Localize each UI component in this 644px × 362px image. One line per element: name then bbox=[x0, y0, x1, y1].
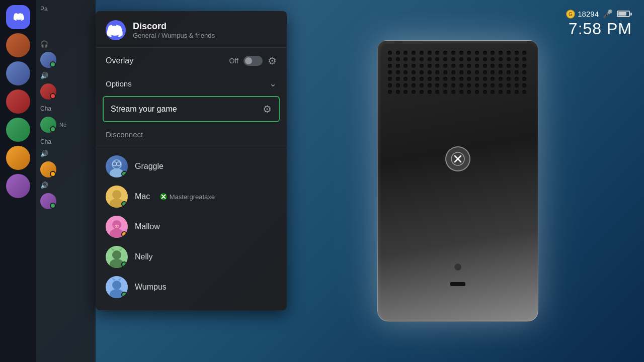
user-item-mac[interactable]: Mac Mastergreataxe bbox=[102, 182, 281, 212]
server-icon-4[interactable] bbox=[6, 118, 30, 142]
user-name-wumpus: Wumpus bbox=[135, 283, 167, 292]
microphone-icon: 🎤 bbox=[603, 9, 613, 19]
status-dot-wumpus bbox=[121, 292, 127, 298]
user-avatar-mallow bbox=[106, 216, 128, 238]
channel-avatar-3 bbox=[40, 117, 56, 133]
channel-item-2[interactable] bbox=[36, 81, 96, 102]
status-dot-mac bbox=[121, 201, 127, 207]
channel-section-label: Pa bbox=[38, 3, 50, 13]
user-item-wumpus[interactable]: Wumpus bbox=[102, 272, 281, 302]
server-icon-5[interactable] bbox=[6, 146, 30, 170]
system-time: 7:58 PM bbox=[566, 20, 632, 38]
server-icon-2[interactable] bbox=[6, 61, 30, 85]
stream-game-button[interactable]: Stream your game ⚙ bbox=[103, 96, 280, 122]
discord-panel: Discord General / Wumpus & friends Overl… bbox=[96, 11, 287, 310]
stream-game-label: Stream your game bbox=[111, 105, 177, 114]
volume-icon-1: 🔊 bbox=[40, 72, 48, 79]
home-button[interactable] bbox=[6, 5, 30, 29]
discord-logo bbox=[106, 20, 126, 40]
user-item-nelly[interactable]: Nelly bbox=[102, 242, 281, 272]
overlay-row: Overlay Off ⚙ bbox=[96, 48, 287, 74]
channel-avatar-1 bbox=[40, 52, 56, 68]
channel-avatar-4 bbox=[40, 161, 56, 177]
svg-point-19 bbox=[112, 250, 121, 259]
channel-cha2-label: Cha bbox=[38, 136, 53, 147]
status-dot-nelly bbox=[121, 261, 127, 267]
xbox-usb-port bbox=[450, 282, 465, 286]
stream-settings-gear-icon[interactable]: ⚙ bbox=[263, 103, 272, 115]
user-name-graggle: Graggle bbox=[135, 162, 164, 171]
server-icon-1[interactable] bbox=[6, 33, 30, 57]
hud-status-row: G 18294 🎤 bbox=[566, 9, 632, 19]
svg-point-17 bbox=[117, 226, 118, 227]
user-name-mac: Mac bbox=[135, 192, 152, 201]
svg-point-16 bbox=[115, 226, 116, 227]
options-label: Options bbox=[106, 79, 132, 88]
overlay-toggle[interactable] bbox=[244, 56, 263, 66]
svg-point-9 bbox=[112, 190, 121, 199]
headset-icon: 🎧 bbox=[40, 40, 48, 48]
discord-app-title: Discord bbox=[133, 21, 215, 32]
channel-item-volume3[interactable]: 🔊 bbox=[36, 179, 96, 191]
volume-icon-3: 🔊 bbox=[40, 182, 48, 189]
status-dot-graggle bbox=[121, 171, 127, 177]
server-icon-3[interactable] bbox=[6, 89, 30, 114]
channel-item-headset[interactable]: 🎧 bbox=[36, 38, 96, 50]
status-dot-mallow bbox=[121, 231, 127, 237]
channel-item-volume1[interactable]: 🔊 bbox=[36, 70, 96, 81]
overlay-label: Overlay bbox=[106, 56, 133, 65]
user-name-nelly: Nelly bbox=[135, 252, 153, 261]
channel-item-volume2[interactable]: 🔊 bbox=[36, 148, 96, 159]
channel-item-1[interactable] bbox=[36, 50, 96, 70]
user-item-mallow[interactable]: Mallow bbox=[102, 212, 281, 242]
svg-point-24 bbox=[112, 281, 121, 290]
coin-display: G 18294 bbox=[566, 10, 599, 19]
channel-item-5[interactable] bbox=[36, 191, 96, 211]
voice-user-list: Graggle Mac Mastergreataxe bbox=[96, 151, 287, 302]
channel-ne-label: Ne bbox=[59, 122, 66, 128]
discord-channel-subtitle: General / Wumpus & friends bbox=[133, 32, 215, 39]
xbox-power-button bbox=[454, 263, 462, 271]
user-avatar-graggle bbox=[106, 155, 128, 177]
user-avatar-mac bbox=[106, 186, 128, 208]
chevron-down-icon: ⌄ bbox=[269, 78, 277, 89]
xbox-logo bbox=[445, 146, 470, 171]
overlay-state-label: Off bbox=[229, 57, 238, 65]
battery-indicator bbox=[617, 11, 632, 17]
overlay-settings-gear-icon[interactable]: ⚙ bbox=[268, 55, 277, 67]
overlay-controls: Off ⚙ bbox=[229, 55, 277, 67]
volume-icon-2: 🔊 bbox=[40, 150, 48, 157]
channel-avatar-2 bbox=[40, 83, 56, 100]
xbox-illustration bbox=[362, 40, 553, 342]
coin-amount: 18294 bbox=[578, 10, 599, 18]
channel-list: Pa 🎧 🔊 Cha Ne Cha bbox=[36, 0, 96, 362]
server-icon-6[interactable] bbox=[6, 174, 30, 198]
user-item-graggle[interactable]: Graggle bbox=[102, 151, 281, 182]
toggle-knob bbox=[245, 57, 252, 64]
channel-item-4[interactable] bbox=[36, 159, 96, 179]
channel-cha-label: Cha bbox=[38, 103, 53, 114]
user-name-mallow: Mallow bbox=[135, 222, 160, 231]
system-hud: G 18294 🎤 7:58 PM bbox=[566, 9, 632, 38]
svg-text:G: G bbox=[569, 12, 573, 17]
disconnect-button[interactable]: Disconnect bbox=[96, 124, 287, 145]
disconnect-label: Disconnect bbox=[106, 130, 143, 139]
discord-header: Discord General / Wumpus & friends bbox=[96, 11, 287, 48]
xbox-badge-mac: Mastergreataxe bbox=[159, 193, 215, 201]
server-list bbox=[0, 0, 36, 362]
discord-title-group: Discord General / Wumpus & friends bbox=[133, 21, 215, 40]
user-avatar-wumpus bbox=[106, 276, 128, 298]
channel-avatar-5 bbox=[40, 193, 56, 209]
options-row[interactable]: Options ⌄ bbox=[96, 74, 287, 94]
divider bbox=[96, 148, 287, 148]
channel-item-3[interactable]: Ne bbox=[36, 115, 96, 135]
user-avatar-nelly bbox=[106, 246, 128, 268]
